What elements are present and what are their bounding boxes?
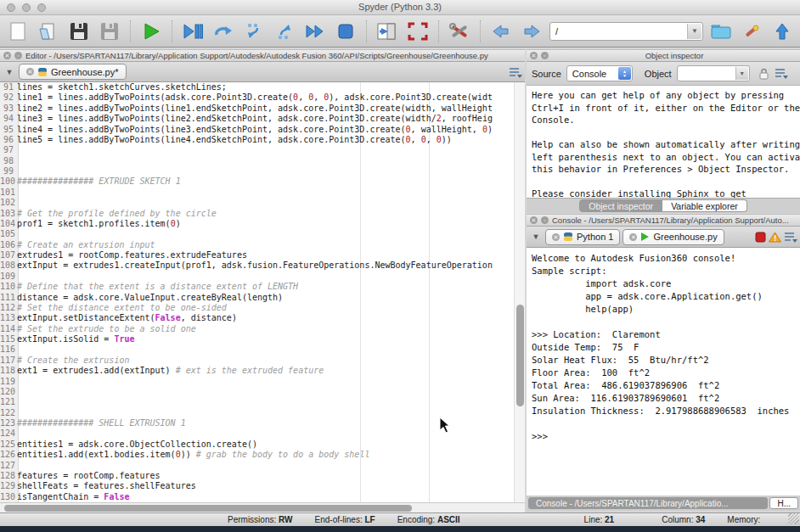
stop-button[interactable] <box>333 19 358 44</box>
fullscreen-button[interactable] <box>405 19 431 44</box>
tab-object-inspector[interactable]: Object inspector <box>579 199 662 212</box>
code-line[interactable]: 126entities1.add(ext1.bodies.item(0)) # … <box>0 450 525 460</box>
code-line[interactable]: 115extInput.isSolid = True <box>0 334 525 344</box>
close-pane-icon[interactable]: ✕ <box>530 216 538 224</box>
close-tab-icon[interactable]: ✕ <box>629 233 637 241</box>
code-line[interactable]: 99 <box>0 166 525 176</box>
customize-button[interactable] <box>739 19 764 44</box>
console-pane-title: Console - /Users/SPARTAN117/Library/Appl… <box>552 216 789 225</box>
editor-vertical-scrollbar[interactable] <box>514 82 525 502</box>
working-directory-combobox[interactable]: / ▼ <box>549 22 703 41</box>
code-line[interactable]: 94line3 = lines.addByTwoPoints(line2.end… <box>0 114 525 124</box>
undock-pane-icon[interactable]: ◦ <box>541 52 549 59</box>
tab-variable-explorer[interactable]: Variable explorer <box>662 199 747 212</box>
code-line[interactable]: 104prof1 = sketch1.profiles.item(0) <box>0 219 525 229</box>
code-line[interactable]: 101 <box>0 188 525 198</box>
editor-options-icon[interactable] <box>509 67 522 78</box>
run-icon <box>141 21 161 42</box>
bottom-tab-history[interactable]: H... <box>769 497 798 509</box>
code-line[interactable]: 114# Set the extrude to be a solid one <box>0 324 525 334</box>
undock-pane-icon[interactable]: ◦ <box>14 52 22 59</box>
inspector-help-text: Here you can get help of any object by p… <box>527 86 800 199</box>
console-options-icon[interactable] <box>784 232 797 243</box>
window-title: Spyder (Python 3.3) <box>0 2 800 12</box>
code-line[interactable]: 97 <box>0 145 525 155</box>
code-line[interactable]: 93line2 = lines.addByTwoPoints(line1.end… <box>0 104 525 114</box>
inspector-options-icon[interactable] <box>775 68 788 79</box>
code-line[interactable]: 121 <box>0 397 525 407</box>
code-line[interactable]: 127 <box>0 461 525 471</box>
browse-directory-button[interactable] <box>708 19 734 44</box>
code-line[interactable]: 109 <box>0 272 525 282</box>
code-line[interactable]: 100############### EXTRUDE SKETCH 1 <box>0 176 525 187</box>
object-combobox[interactable]: ▼ <box>677 65 750 81</box>
source-combobox[interactable]: Console ▲▼ <box>566 65 633 81</box>
code-line[interactable]: 108extInput = extrudes1.createInput(prof… <box>0 260 525 271</box>
code-line[interactable]: 113extInput.setDistanceExtent(False, dis… <box>0 313 525 323</box>
browse-tabs-icon[interactable]: ▼ <box>3 65 16 79</box>
console-tab-python1[interactable]: ✕ Python 1 <box>545 229 620 245</box>
run-button[interactable] <box>138 19 164 44</box>
step-into-button[interactable] <box>241 19 267 44</box>
undock-pane-icon[interactable]: ◦ <box>541 216 549 224</box>
step-return-button[interactable] <box>272 19 297 44</box>
code-line[interactable]: 119 <box>0 377 525 387</box>
code-line[interactable]: 91lines = sketch1.sketchCurves.sketchLin… <box>0 82 525 92</box>
code-line[interactable]: 116 <box>0 344 525 355</box>
resize-grip[interactable] <box>788 513 799 524</box>
code-line[interactable]: 117# Create the extrusion <box>0 356 525 366</box>
interrupt-kernel-icon[interactable] <box>755 232 766 243</box>
continue-button[interactable] <box>302 19 328 44</box>
code-line[interactable]: 129shellFeats = features.shellFeatures <box>0 481 525 491</box>
debug-button[interactable] <box>180 19 206 44</box>
code-line[interactable]: 92line1 = lines.addByTwoPoints(adsk.core… <box>0 92 525 103</box>
tools-button[interactable] <box>447 19 472 44</box>
editor-horizontal-scrollbar[interactable] <box>0 502 525 512</box>
code-line[interactable]: 110# Define that the extent is a distanc… <box>0 282 525 292</box>
code-line[interactable]: 105 <box>0 229 525 239</box>
close-tab-icon[interactable]: ✕ <box>26 68 34 76</box>
code-line[interactable]: 118ext1 = extrudes1.add(extInput) # ext … <box>0 366 525 376</box>
code-line[interactable]: 102 <box>0 198 525 208</box>
back-button[interactable] <box>488 19 514 44</box>
stepper-icon[interactable]: ▲▼ <box>618 67 631 80</box>
close-pane-icon[interactable]: ✕ <box>530 52 538 59</box>
scrollbar-thumb[interactable] <box>4 505 412 512</box>
console-tab-greenhouse[interactable]: ✕ Greenhouse.py <box>623 229 724 245</box>
open-file-button[interactable] <box>36 19 61 44</box>
code-line[interactable]: 107extrudes1 = rootComp.features.extrude… <box>0 250 525 260</box>
lock-icon[interactable] <box>758 68 769 80</box>
close-tab-icon[interactable]: ✕ <box>552 233 560 241</box>
save-button[interactable] <box>66 19 92 44</box>
line-number: 110 <box>0 282 17 292</box>
editor-pane-header: ✕ ◦ Editor - /Users/SPARTAN117/Library/A… <box>0 49 525 62</box>
code-line[interactable]: 95line4 = lines.addByTwoPoints(line3.end… <box>0 125 525 135</box>
scrollbar-thumb[interactable] <box>516 305 524 406</box>
code-line[interactable]: 128features = rootComp.features <box>0 471 525 481</box>
code-editor[interactable]: 91lines = sketch1.sketchCurves.sketchLin… <box>0 82 525 502</box>
rerun-button[interactable] <box>211 19 236 44</box>
code-line[interactable]: 125entities1 = adsk.core.ObjectCollectio… <box>0 440 525 450</box>
warning-icon[interactable] <box>769 232 781 243</box>
code-line[interactable]: 120 <box>0 387 525 397</box>
browse-tabs-icon[interactable]: ▼ <box>529 230 543 244</box>
code-line[interactable]: 103# Get the profile defined by the circ… <box>0 209 525 219</box>
maximize-pane-button[interactable] <box>375 19 400 44</box>
code-line[interactable]: 96line5 = lines.addByTwoPoints(line4.end… <box>0 135 525 145</box>
parent-directory-button[interactable] <box>769 19 795 44</box>
new-file-button[interactable] <box>5 19 31 44</box>
chevron-down-icon[interactable]: ▼ <box>687 24 701 39</box>
code-line[interactable]: 130isTangentChain = False <box>0 492 525 502</box>
editor-pane-title: Editor - /Users/SPARTAN117/Library/Appli… <box>25 51 488 60</box>
chevron-down-icon[interactable]: ▼ <box>735 67 748 80</box>
console-output[interactable]: Welcome to Autodesk Fusion360 console! S… <box>527 248 800 496</box>
code-line[interactable]: 112# Set the distance extent to be one-s… <box>0 303 525 313</box>
code-line[interactable]: 98 <box>0 156 525 166</box>
code-line[interactable]: 106# Create an extrusion input <box>0 240 525 250</box>
editor-tab-greenhouse[interactable]: ✕ Greenhouse.py* <box>19 64 127 80</box>
code-line[interactable]: 111distance = adsk.core.ValueInput.creat… <box>0 293 525 303</box>
bottom-tab-console[interactable]: Console - /Users/SPARTAN117/Library/Appl… <box>528 497 768 509</box>
save-all-button[interactable] <box>97 19 122 44</box>
forward-button[interactable] <box>519 19 544 44</box>
close-pane-icon[interactable]: ✕ <box>3 52 11 59</box>
